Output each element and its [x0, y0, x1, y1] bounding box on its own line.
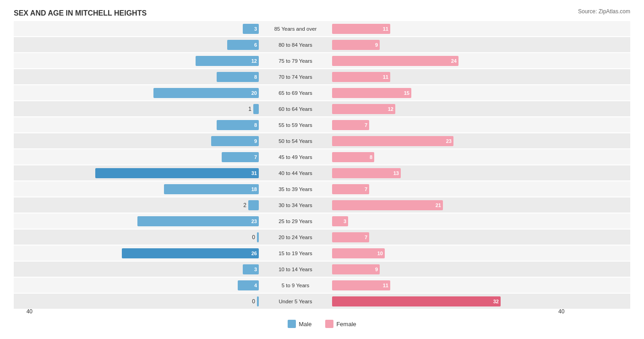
female-bar: 9 [332, 264, 380, 274]
chart-row: 18 35 to 39 Years 7 [14, 181, 630, 197]
male-bar: 6 [227, 40, 259, 50]
right-bar-area: 9 [332, 264, 557, 275]
male-bar [253, 104, 259, 114]
male-bar: 3 [243, 24, 259, 34]
female-bar: 11 [332, 280, 390, 290]
right-bar-area: 7 [332, 120, 557, 131]
left-bar-area: 18 [34, 184, 259, 195]
female-bar: 23 [332, 136, 453, 146]
left-bar-area: 20 [34, 87, 259, 98]
right-bar-area: 13 [332, 168, 557, 179]
legend-female-label: Female [336, 321, 356, 328]
left-bar-area: 3 [34, 264, 259, 275]
right-bar-area: 11 [332, 23, 557, 34]
left-bar-area: 6 [34, 39, 259, 50]
right-bar-area: 11 [332, 280, 557, 291]
right-bar-area: 9 [332, 39, 557, 50]
chart-row: 4 5 to 9 Years 11 [14, 278, 630, 293]
right-bar-area: 7 [332, 232, 557, 243]
female-bar: 21 [332, 200, 443, 210]
female-bar: 24 [332, 56, 458, 66]
male-bar: 8 [217, 120, 259, 130]
female-bar: 12 [332, 104, 395, 114]
age-label: 65 to 69 Years [259, 90, 332, 96]
chart-row: 0 Under 5 Years 32 [14, 294, 630, 309]
right-bar-area: 23 [332, 136, 557, 147]
right-bar-area: 21 [332, 200, 557, 211]
legend-male: Male [288, 320, 311, 328]
chart-row: 2 30 to 34 Years 21 [14, 197, 630, 213]
left-bar-area: 1 [34, 104, 259, 115]
right-bar-area: 3 [332, 216, 557, 227]
male-bar: 8 [217, 72, 259, 82]
chart-row: 3 85 Years and over 11 [14, 21, 630, 36]
chart-row: 9 50 to 54 Years 23 [14, 133, 630, 148]
age-label: 20 to 24 Years [259, 235, 332, 240]
age-label: 55 to 59 Years [259, 122, 332, 128]
age-label: 60 to 64 Years [259, 106, 332, 112]
left-bar-area: 26 [34, 248, 259, 259]
left-bar-area: 12 [34, 55, 259, 66]
male-bar: 4 [238, 280, 259, 290]
left-bar-area: 9 [34, 136, 259, 147]
chart-row: 8 70 to 74 Years 11 [14, 69, 630, 84]
age-label: Under 5 Years [259, 299, 332, 304]
legend-female: Female [325, 320, 356, 328]
left-bar-area: 7 [34, 152, 259, 163]
female-bar: 7 [332, 184, 369, 194]
female-bar: 13 [332, 168, 401, 178]
age-label: 5 to 9 Years [259, 283, 332, 288]
age-label: 45 to 49 Years [259, 154, 332, 160]
right-bar-area: 11 [332, 71, 557, 82]
age-label: 80 to 84 Years [259, 42, 332, 48]
female-bar: 32 [332, 296, 501, 306]
chart-area: 3 85 Years and over 11 6 80 to 84 Years … [14, 21, 630, 305]
age-label: 50 to 54 Years [259, 138, 332, 144]
chart-row: 26 15 to 19 Years 10 [14, 246, 630, 261]
chart-row: 6 80 to 84 Years 9 [14, 37, 630, 52]
female-bar: 11 [332, 24, 390, 34]
chart-row: 1 60 to 64 Years 12 [14, 101, 630, 116]
age-label: 10 to 14 Years [259, 267, 332, 272]
age-label: 25 to 29 Years [259, 219, 332, 224]
legend-male-label: Male [299, 321, 311, 328]
chart-row: 3 10 to 14 Years 9 [14, 262, 630, 277]
left-bar-area: 31 [34, 168, 259, 179]
chart-row: 12 75 to 79 Years 24 [14, 53, 630, 68]
source-label: Source: ZipAtlas.com [578, 8, 630, 15]
age-label: 40 to 44 Years [259, 170, 332, 176]
female-bar: 9 [332, 40, 380, 50]
age-label: 85 Years and over [259, 26, 332, 32]
right-bar-area: 32 [332, 296, 557, 307]
male-bar: 12 [196, 56, 259, 66]
age-label: 35 to 39 Years [259, 186, 332, 192]
chart-container: SEX AND AGE IN MITCHELL HEIGHTS Source: … [0, 0, 644, 339]
chart-row: 8 55 to 59 Years 7 [14, 117, 630, 132]
chart-row: 0 20 to 24 Years 7 [14, 230, 630, 245]
age-label: 30 to 34 Years [259, 202, 332, 208]
left-bar-area: 0 [34, 296, 259, 307]
left-bar-area: 3 [34, 23, 259, 34]
right-bar-area: 15 [332, 87, 557, 98]
male-bar: 18 [164, 184, 259, 194]
left-bar-area: 0 [34, 232, 259, 243]
chart-row: 7 45 to 49 Years 8 [14, 149, 630, 164]
left-bar-area: 8 [34, 120, 259, 131]
right-bar-area: 10 [332, 248, 557, 259]
male-bar: 23 [137, 216, 259, 226]
chart-row: 23 25 to 29 Years 3 [14, 213, 630, 229]
right-bar-area: 24 [332, 55, 557, 66]
left-bar-area: 2 [34, 200, 259, 211]
right-bar-area: 7 [332, 184, 557, 195]
female-bar: 7 [332, 120, 369, 130]
chart-row: 20 65 to 69 Years 15 [14, 85, 630, 100]
axis-right-label: 40 [557, 308, 577, 315]
female-bar: 7 [332, 232, 369, 242]
male-bar: 31 [95, 168, 259, 178]
female-bar: 15 [332, 88, 411, 98]
male-bar [248, 200, 259, 210]
female-bar: 8 [332, 152, 374, 162]
legend-female-box [325, 320, 333, 328]
chart-row: 31 40 to 44 Years 13 [14, 165, 630, 180]
chart-title: SEX AND AGE IN MITCHELL HEIGHTS [14, 9, 630, 17]
